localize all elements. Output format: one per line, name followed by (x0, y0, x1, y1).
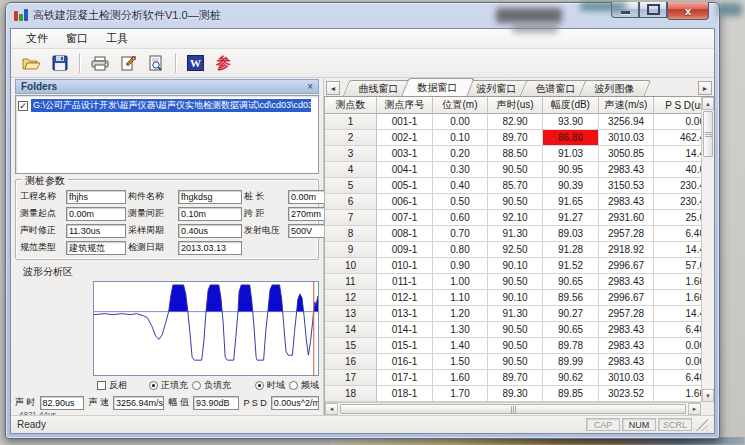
table-cell[interactable]: 15 (325, 338, 377, 354)
save-button[interactable] (47, 51, 72, 75)
table-cell[interactable]: 0.60 (433, 210, 488, 226)
table-cell[interactable]: 3 (325, 146, 377, 162)
table-cell[interactable]: 91.65 (543, 194, 599, 210)
table-cell[interactable]: 8 (325, 226, 377, 242)
table-cell[interactable]: 0.80 (433, 242, 488, 258)
table-cell[interactable]: 0.50 (433, 194, 488, 210)
table-cell[interactable]: 0.90 (433, 258, 488, 274)
column-header[interactable]: 位置(m) (433, 97, 488, 114)
menu-item-3[interactable]: 工具 (97, 29, 137, 48)
table-row[interactable]: 4004-10.3090.5090.952983.4340.0 (325, 162, 701, 178)
table-cell[interactable]: 89.03 (543, 226, 599, 242)
table-cell[interactable]: 9 (325, 242, 377, 258)
table-cell[interactable]: 005-1 (377, 178, 433, 194)
fill-positive-radio[interactable]: 正填充 (149, 379, 188, 392)
table-cell[interactable]: 0.00 (654, 354, 701, 370)
hscroll-thumb[interactable] (340, 404, 686, 414)
menu-item-1[interactable]: 文件 (17, 29, 57, 48)
scroll-up-icon[interactable]: ▲ (702, 97, 714, 110)
table-cell[interactable]: 89.78 (543, 338, 599, 354)
table-cell[interactable]: 6 (325, 194, 377, 210)
table-cell[interactable]: 89.85 (543, 386, 599, 402)
table-cell[interactable]: 90.65 (543, 322, 599, 338)
table-cell[interactable]: 89.56 (543, 290, 599, 306)
table-cell[interactable]: 14.4 (654, 306, 701, 322)
freq-domain-radio[interactable]: 频域 (289, 379, 319, 392)
table-cell[interactable]: 0.00 (654, 114, 701, 130)
tree-item-label[interactable]: G:\公司产品设计开发\超声仪器\超声仪实地检测数据调试\cd\cd03\cd0… (31, 99, 311, 112)
table-cell[interactable]: 18 (325, 386, 377, 402)
table-cell[interactable]: 90.50 (488, 322, 543, 338)
table-cell[interactable]: 91.27 (543, 210, 599, 226)
table-cell[interactable]: 1.60 (433, 370, 488, 386)
table-cell[interactable]: 3050.85 (599, 146, 654, 162)
table-cell[interactable]: 17 (325, 370, 377, 386)
table-row[interactable]: 11011-11.0090.5090.652983.431.60 (325, 274, 701, 290)
table-row[interactable]: 15015-11.4090.5089.782983.430.00 (325, 338, 701, 354)
table-cell[interactable]: 3010.03 (599, 370, 654, 386)
table-row[interactable]: 9009-10.8092.5091.282918.9214.4 (325, 242, 701, 258)
table-cell[interactable]: 230.4 (654, 178, 701, 194)
table-row[interactable]: 3003-10.2088.5091.033050.8514.4 (325, 146, 701, 162)
table-cell[interactable]: 6.40 (654, 370, 701, 386)
table-row[interactable]: 7007-10.6092.1091.272931.6025.6 (325, 210, 701, 226)
scroll-left-icon[interactable]: ◄ (325, 403, 338, 415)
open-button[interactable] (19, 51, 44, 75)
table-cell[interactable]: 89.99 (543, 354, 599, 370)
print-setup-button[interactable] (115, 51, 140, 75)
table-cell[interactable]: 3150.53 (599, 178, 654, 194)
table-cell[interactable]: 1.50 (433, 354, 488, 370)
table-cell[interactable]: 90.62 (543, 370, 599, 386)
table-cell[interactable]: 018-1 (377, 386, 433, 402)
table-cell[interactable]: 92.10 (488, 210, 543, 226)
table-cell[interactable]: 1.60 (654, 290, 701, 306)
table-cell[interactable]: 14.4 (654, 242, 701, 258)
table-cell[interactable]: 25.6 (654, 210, 701, 226)
table-cell[interactable]: 4 (325, 162, 377, 178)
table-cell[interactable]: 12 (325, 290, 377, 306)
highlighted-cell[interactable]: 86.80 (543, 130, 599, 146)
table-cell[interactable]: 13 (325, 306, 377, 322)
table-cell[interactable]: 007-1 (377, 210, 433, 226)
table-cell[interactable]: 2983.43 (599, 162, 654, 178)
resize-grip[interactable] (696, 419, 708, 431)
table-cell[interactable]: 2983.43 (599, 274, 654, 290)
table-cell[interactable]: 89.70 (488, 130, 543, 146)
table-row[interactable]: 1001-10.0082.9093.903256.940.00 (325, 114, 701, 130)
table-cell[interactable]: 89.70 (488, 370, 543, 386)
table-cell[interactable]: 2 (325, 130, 377, 146)
column-header[interactable]: 声速(m/s) (599, 97, 654, 114)
reading-field[interactable]: 93.90dB (193, 396, 240, 410)
table-cell[interactable]: 91.03 (543, 146, 599, 162)
word-export-button[interactable]: W (183, 51, 208, 75)
column-header[interactable]: 幅度(dB) (543, 97, 599, 114)
table-cell[interactable]: 1.60 (654, 386, 701, 402)
reading-field[interactable]: 3256.94m/s (113, 396, 164, 410)
table-cell[interactable]: 10 (325, 258, 377, 274)
table-cell[interactable]: 1.30 (433, 322, 488, 338)
table-cell[interactable]: 2957.28 (599, 226, 654, 242)
table-row[interactable]: 8008-10.7091.3089.032957.286.40 (325, 226, 701, 242)
table-cell[interactable]: 3023.52 (599, 386, 654, 402)
table-cell[interactable]: 0.00 (654, 338, 701, 354)
param-field[interactable]: 2013.03.13 (178, 241, 242, 255)
table-cell[interactable]: 012-1 (377, 290, 433, 306)
tree-item[interactable]: ✓ G:\公司产品设计开发\超声仪器\超声仪实地检测数据调试\cd\cd03\c… (18, 99, 316, 112)
param-field[interactable]: fhjhs (66, 190, 126, 204)
table-cell[interactable]: 90.50 (488, 338, 543, 354)
print-preview-button[interactable] (143, 51, 168, 75)
table-row[interactable]: 6006-10.5090.5091.652983.43230.4 (325, 194, 701, 210)
param-field[interactable]: fhgkdsg (178, 190, 242, 204)
table-cell[interactable]: 16 (325, 354, 377, 370)
param-field[interactable]: 0.00m (66, 207, 126, 221)
file-tree[interactable]: ✓ G:\公司产品设计开发\超声仪器\超声仪实地检测数据调试\cd\cd03\c… (15, 95, 319, 174)
table-cell[interactable]: 011-1 (377, 274, 433, 290)
param-field[interactable]: 11.30us (66, 224, 126, 238)
param-button[interactable]: 参 (211, 51, 236, 75)
table-cell[interactable]: 90.50 (488, 194, 543, 210)
table-cell[interactable]: 90.50 (488, 274, 543, 290)
table-cell[interactable]: 2957.28 (599, 306, 654, 322)
column-header[interactable]: 测点数 (325, 97, 377, 114)
table-cell[interactable]: 6.40 (654, 322, 701, 338)
checkbox-icon[interactable] (97, 381, 106, 390)
